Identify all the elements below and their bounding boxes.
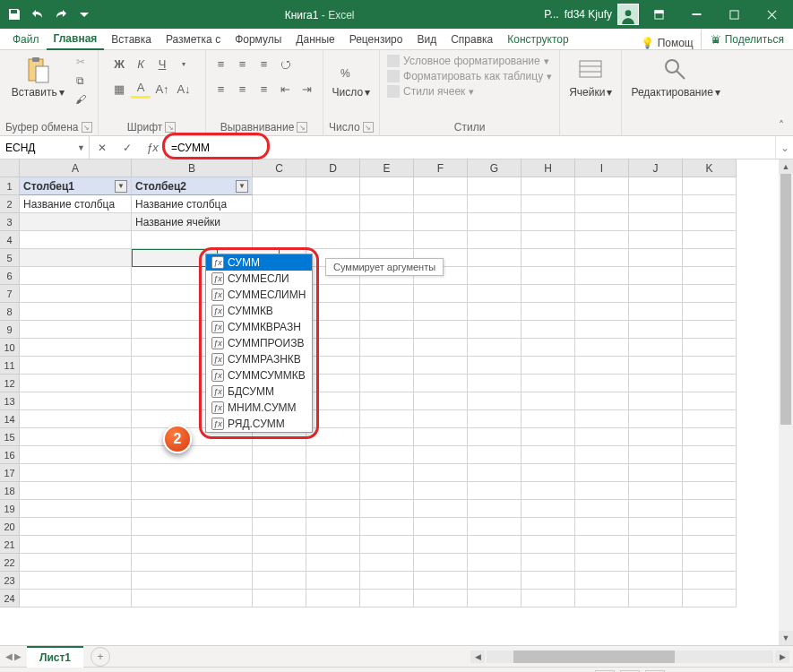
copy-icon[interactable]: ⧉	[72, 73, 90, 89]
cell[interactable]	[414, 231, 468, 249]
cell[interactable]	[521, 231, 575, 249]
scroll-thumb[interactable]	[780, 174, 791, 425]
row-header[interactable]: 18	[0, 482, 20, 500]
cell[interactable]	[521, 357, 575, 375]
cell[interactable]	[20, 357, 132, 375]
column-header[interactable]: F	[414, 159, 468, 177]
cell[interactable]	[132, 446, 253, 464]
cell[interactable]	[521, 464, 575, 482]
align-center-icon[interactable]: ≡	[233, 79, 253, 99]
cell[interactable]	[414, 590, 468, 607]
cell[interactable]	[20, 428, 132, 446]
cell[interactable]	[468, 339, 521, 357]
cell[interactable]	[20, 249, 132, 267]
cell[interactable]	[575, 249, 629, 267]
cell[interactable]	[629, 177, 683, 195]
cell[interactable]: Название ячейки	[132, 213, 253, 231]
cell[interactable]	[414, 357, 468, 375]
cell[interactable]	[629, 428, 683, 446]
cell[interactable]	[683, 590, 737, 607]
cell[interactable]	[253, 231, 306, 249]
cell[interactable]: Столбец2▼	[132, 177, 253, 195]
autocomplete-item[interactable]: ƒxСУММРАЗНКВ	[206, 351, 312, 367]
cell[interactable]	[20, 267, 132, 285]
cell[interactable]	[575, 195, 629, 213]
cell[interactable]	[468, 177, 521, 195]
row-header[interactable]: 17	[0, 464, 20, 482]
cell[interactable]	[521, 392, 575, 410]
cell[interactable]	[575, 590, 629, 607]
cell[interactable]	[575, 213, 629, 231]
cell[interactable]	[521, 177, 575, 195]
scroll-right-icon[interactable]: ▶	[775, 650, 789, 663]
cell[interactable]	[468, 446, 521, 464]
cell[interactable]	[629, 518, 683, 536]
collapse-ribbon-icon[interactable]: ˄	[773, 117, 789, 134]
cell[interactable]	[414, 321, 468, 339]
cell[interactable]	[360, 446, 414, 464]
cell[interactable]	[521, 410, 575, 428]
cell[interactable]	[468, 213, 521, 231]
cell[interactable]	[683, 572, 737, 590]
number-format-button[interactable]: % Число ▾	[329, 54, 375, 100]
cell[interactable]	[414, 285, 468, 303]
format-table-button[interactable]: Форматировать как таблицу ▾	[385, 69, 554, 83]
row-header[interactable]: 13	[0, 392, 20, 410]
cell[interactable]	[683, 177, 737, 195]
cell[interactable]	[521, 375, 575, 392]
cell[interactable]	[575, 518, 629, 536]
cell[interactable]	[629, 213, 683, 231]
cell[interactable]	[468, 195, 521, 213]
cell[interactable]	[521, 554, 575, 572]
cell[interactable]	[468, 249, 521, 267]
cell[interactable]	[468, 357, 521, 375]
row-header[interactable]: 1	[0, 177, 20, 195]
orientation-icon[interactable]: ⭯	[276, 54, 296, 73]
cell[interactable]	[575, 410, 629, 428]
font-grow-icon[interactable]: A↑	[152, 79, 172, 99]
scroll-up-icon[interactable]: ▲	[779, 159, 793, 174]
cell[interactable]	[629, 554, 683, 572]
cell[interactable]	[360, 357, 414, 375]
cell[interactable]	[253, 195, 306, 213]
cell[interactable]	[360, 303, 414, 321]
column-header[interactable]: I	[575, 159, 629, 177]
dialog-launcher-icon[interactable]: ↘	[363, 122, 374, 133]
dialog-launcher-icon[interactable]: ↘	[82, 122, 92, 133]
name-box[interactable]: ▼	[0, 136, 90, 159]
cell[interactable]	[468, 375, 521, 392]
cell[interactable]	[629, 195, 683, 213]
cell[interactable]	[20, 321, 132, 339]
cell[interactable]	[468, 590, 521, 607]
cell[interactable]	[575, 321, 629, 339]
cell[interactable]	[468, 392, 521, 410]
cell[interactable]	[360, 321, 414, 339]
cell[interactable]	[575, 464, 629, 482]
cell[interactable]	[683, 428, 737, 446]
cell[interactable]	[683, 446, 737, 464]
cell[interactable]	[20, 590, 132, 607]
autocomplete-item[interactable]: ƒxБДСУММ	[206, 383, 312, 400]
cell[interactable]	[521, 285, 575, 303]
maximize-button[interactable]	[716, 0, 752, 29]
cell[interactable]	[629, 392, 683, 410]
cell[interactable]	[575, 375, 629, 392]
cell[interactable]	[575, 554, 629, 572]
cell[interactable]	[683, 392, 737, 410]
paste-button[interactable]: Вставить ▾	[8, 54, 68, 100]
cell[interactable]	[629, 303, 683, 321]
column-header[interactable]: E	[360, 159, 414, 177]
border-icon[interactable]: ▦	[109, 79, 129, 99]
cell[interactable]	[521, 428, 575, 446]
cell[interactable]	[20, 500, 132, 518]
cell[interactable]	[306, 518, 360, 536]
cell[interactable]	[360, 213, 414, 231]
row-header[interactable]: 15	[0, 428, 20, 446]
cell[interactable]	[253, 464, 306, 482]
scroll-left-icon[interactable]: ◀	[470, 650, 485, 663]
tab-data[interactable]: Данные	[289, 30, 341, 49]
cell[interactable]	[414, 482, 468, 500]
cell-styles-button[interactable]: Стили ячеек ▾	[385, 84, 476, 99]
cell[interactable]	[521, 321, 575, 339]
cell[interactable]	[521, 267, 575, 285]
